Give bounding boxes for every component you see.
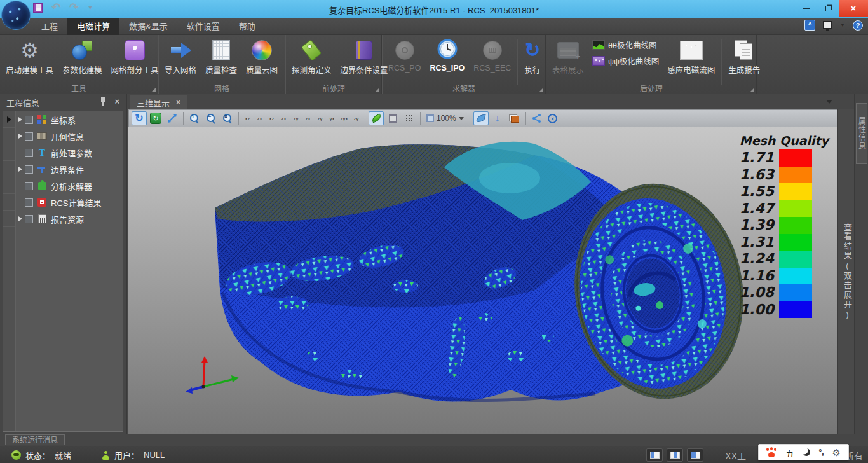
checkbox[interactable]	[25, 182, 33, 190]
rainbow-sphere-icon	[252, 40, 272, 60]
group-launcher-icon[interactable]	[375, 88, 379, 92]
view-orientation-button[interactable]: zx	[278, 112, 289, 125]
tree-item-rcs-results[interactable]: RCS计算结果	[16, 194, 123, 211]
rcs-result-icon	[37, 198, 46, 207]
close-panel-icon[interactable]: ×	[114, 97, 119, 106]
quality-cloudmap-button[interactable]: 质量云图	[241, 36, 282, 76]
detection-angle-button[interactable]: 探测角定义	[287, 36, 336, 76]
3d-viewport[interactable]: Mesh Quality 1.71 1.63 1.55 1.47 1.39 1.…	[128, 127, 837, 434]
select-face-button[interactable]	[473, 111, 489, 125]
checkbox[interactable]	[25, 132, 33, 141]
mesh-partition-tool-button[interactable]: 网格剖分工具	[107, 36, 163, 76]
ime-toolbar[interactable]: 五 °, ⚙	[758, 444, 849, 460]
close-button[interactable]: ×	[839, 0, 868, 17]
pan-arrow-icon	[167, 113, 177, 123]
tab-list-caret-icon[interactable]	[826, 100, 832, 104]
tree-item-preprocess-params[interactable]: T 前处理参数	[16, 144, 123, 161]
orbit-view-button[interactable]: ↻	[148, 111, 163, 125]
pan-view-button[interactable]	[165, 111, 180, 125]
tab-data-display[interactable]: 数据&显示	[119, 18, 177, 35]
psi-polarization-curve-button[interactable]: ψψ极化曲线图	[592, 55, 659, 67]
down-arrow-icon: ↓	[495, 114, 499, 123]
tree-item-coordinate-system[interactable]: 坐标系	[16, 111, 123, 128]
tab-properties[interactable]: 属性信息	[856, 103, 867, 164]
wireframe-view-button[interactable]	[385, 111, 400, 125]
toolbar-separator	[525, 112, 526, 125]
quality-check-button[interactable]: 质量检查	[201, 36, 241, 76]
checkbox[interactable]	[25, 116, 33, 124]
tree-item-boundary-conditions[interactable]: 边界条件	[16, 161, 123, 177]
points-view-button[interactable]	[402, 111, 417, 125]
pin-icon[interactable]	[100, 97, 105, 106]
collapse-ribbon-icon[interactable]: ^	[804, 20, 815, 31]
parameter-icon: T	[39, 148, 45, 158]
zoom-level-dropdown[interactable]: 100%	[424, 114, 466, 123]
baidu-paw-icon[interactable]	[766, 448, 776, 457]
rcs-ipo-button[interactable]: RCS_IPO	[425, 36, 469, 73]
parametric-modeling-button[interactable]: 参数化建模	[58, 36, 107, 76]
tree-item-analysis-solver[interactable]: 分析求解器	[16, 177, 123, 194]
zoom-out-button[interactable]: −	[203, 111, 219, 125]
induced-current-map-button[interactable]: 感应电磁流图	[663, 36, 719, 76]
layout-left-button[interactable]	[646, 448, 663, 462]
window-style-icon[interactable]	[823, 21, 832, 29]
checkbox[interactable]	[25, 165, 33, 174]
app-logo-icon[interactable]	[1, 1, 31, 30]
cancel-button[interactable]: ×	[545, 111, 560, 125]
zoom-in-button[interactable]: +	[187, 111, 202, 125]
moon-icon[interactable]	[803, 448, 810, 456]
group-launcher-icon[interactable]	[750, 88, 754, 92]
view-orientation-button[interactable]: zx	[254, 112, 265, 125]
group-launcher-icon[interactable]	[539, 88, 543, 92]
rotate-view-button[interactable]: ↻	[132, 111, 147, 125]
tab-view-results[interactable]: 查看结果(双击展开)	[841, 223, 853, 321]
restore-button[interactable]	[817, 0, 839, 17]
launch-modeling-tool-button[interactable]: ⚙ 启动建模工具	[1, 36, 58, 76]
tree-item-report-resources[interactable]: 报告资源	[16, 211, 123, 227]
layout-right-button[interactable]	[687, 448, 703, 462]
shaded-view-button[interactable]	[369, 111, 384, 125]
checkbox[interactable]	[25, 215, 33, 223]
window-style-caret-icon[interactable]: ▼	[840, 22, 845, 28]
flow-link-button[interactable]	[529, 111, 544, 125]
ribbon-group-postprocess: 表格展示 θθ极化曲线图 ψψ极化曲线图 感应电磁流图 生成报告	[546, 35, 756, 94]
theta-polarization-curve-button[interactable]: θθ极化曲线图	[592, 39, 659, 51]
expander-icon[interactable]	[18, 134, 22, 139]
import-mesh-button[interactable]: 导入网格	[160, 36, 201, 76]
view-orientation-button[interactable]: zyx	[339, 112, 349, 125]
tab-em-computation[interactable]: 电磁计算	[67, 18, 119, 35]
view-orientation-button[interactable]: zy	[315, 112, 325, 125]
ime-punctuation[interactable]: °,	[818, 448, 824, 457]
user-value: NULL	[144, 450, 165, 460]
view-orientation-button[interactable]: xz	[266, 112, 277, 125]
tab-help[interactable]: 帮助	[229, 18, 265, 35]
view-orientation-button[interactable]: zy	[351, 112, 362, 125]
tab-software-settings[interactable]: 软件设置	[177, 18, 229, 35]
tab-project[interactable]: 工程	[32, 18, 67, 35]
view-orientation-button[interactable]: zx	[302, 112, 313, 125]
checkbox[interactable]	[25, 198, 33, 207]
help-icon[interactable]: ?	[853, 20, 863, 31]
view-orientation-button[interactable]: zy	[290, 112, 301, 125]
arrow-down-button[interactable]: ↓	[490, 111, 505, 125]
view-orientation-button[interactable]: xz	[242, 112, 253, 125]
ime-gear-icon[interactable]: ⚙	[832, 448, 841, 457]
tree-item-geometry-info[interactable]: 几何信息	[16, 128, 123, 144]
generate-report-button[interactable]: 生成报告	[724, 36, 764, 76]
cascade-windows-button[interactable]	[506, 111, 522, 125]
tab-system-messages[interactable]: 系统运行消息	[5, 434, 65, 445]
close-tab-icon[interactable]: ×	[176, 99, 180, 106]
layout-middle-button[interactable]	[667, 448, 683, 462]
checkbox[interactable]	[25, 149, 33, 157]
tab-3d-display[interactable]: 三维显示 ×	[130, 95, 187, 109]
execute-button[interactable]: ↻ 执行	[520, 36, 545, 76]
geometry-icon	[37, 132, 47, 140]
minimize-button[interactable]	[796, 0, 817, 17]
expander-icon[interactable]	[18, 216, 22, 221]
zoom-window-button[interactable]: ¤	[220, 111, 235, 125]
expander-icon[interactable]	[18, 167, 22, 172]
expander-icon[interactable]	[18, 117, 22, 122]
ime-mode-label[interactable]: 五	[785, 446, 794, 459]
group-launcher-icon[interactable]	[151, 88, 156, 92]
view-orientation-button[interactable]: yx	[327, 112, 337, 125]
